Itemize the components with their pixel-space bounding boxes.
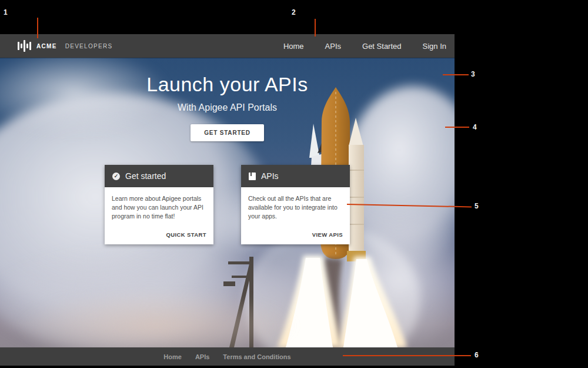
footer-link-apis[interactable]: APIs	[195, 353, 209, 360]
card-header: APIs	[241, 165, 350, 187]
check-circle-icon: ✓	[112, 173, 120, 180]
callout-6-label: 6	[475, 351, 479, 359]
hero-title: Launch your APIs	[0, 73, 455, 96]
brand-name: ACME	[36, 43, 57, 49]
card-body-text: Learn more about Apigee portals and how …	[105, 187, 213, 227]
callout-2-line	[315, 19, 316, 37]
brand-suffix: DEVELOPERS	[65, 43, 113, 49]
hero-subtitle: With Apigee API Portals	[0, 102, 455, 113]
nav-item-apis[interactable]: APIs	[325, 42, 341, 51]
site-header: ACME DEVELOPERS Home APIs Get Started Si…	[0, 34, 455, 58]
card-get-started: ✓ Get started Learn more about Apigee po…	[105, 165, 213, 244]
callout-3-line	[443, 74, 469, 75]
quick-start-link[interactable]: QUICK START	[105, 227, 213, 244]
nav-item-home[interactable]: Home	[283, 42, 304, 51]
nav-item-sign-in[interactable]: Sign In	[423, 42, 446, 51]
card-body-text: Check out all the APIs that are availabl…	[241, 187, 350, 227]
card-header: ✓ Get started	[105, 165, 213, 187]
callout-1-line	[37, 18, 38, 38]
brand-logo[interactable]: ACME DEVELOPERS	[18, 39, 112, 53]
nav-item-get-started[interactable]: Get Started	[362, 42, 401, 51]
book-icon	[249, 173, 256, 180]
equalizer-logo-icon	[18, 39, 31, 53]
footer-link-home[interactable]: Home	[163, 353, 182, 360]
callout-4-label: 4	[473, 123, 477, 131]
callout-5-label: 5	[475, 202, 479, 210]
callout-4-line	[445, 127, 469, 128]
hero-section: Launch your APIs With Apigee API Portals…	[0, 58, 455, 347]
get-started-button[interactable]: GET STARTED	[191, 124, 264, 141]
hero-content: Launch your APIs With Apigee API Portals…	[0, 58, 455, 141]
card-title: APIs	[261, 171, 279, 181]
footer-link-terms[interactable]: Terms and Conditions	[223, 353, 290, 360]
site-footer: Home APIs Terms and Conditions	[0, 347, 455, 366]
callout-2-label: 2	[292, 8, 296, 16]
portal-screenshot: ACME DEVELOPERS Home APIs Get Started Si…	[0, 34, 455, 366]
card-title: Get started	[125, 171, 166, 181]
callout-6-line	[343, 355, 471, 356]
main-nav: Home APIs Get Started Sign In	[283, 42, 446, 51]
callout-1-label: 1	[4, 8, 8, 16]
card-apis: APIs Check out all the APIs that are ava…	[241, 165, 350, 244]
view-apis-link[interactable]: VIEW APIS	[241, 227, 350, 244]
callout-3-label: 3	[471, 70, 475, 78]
